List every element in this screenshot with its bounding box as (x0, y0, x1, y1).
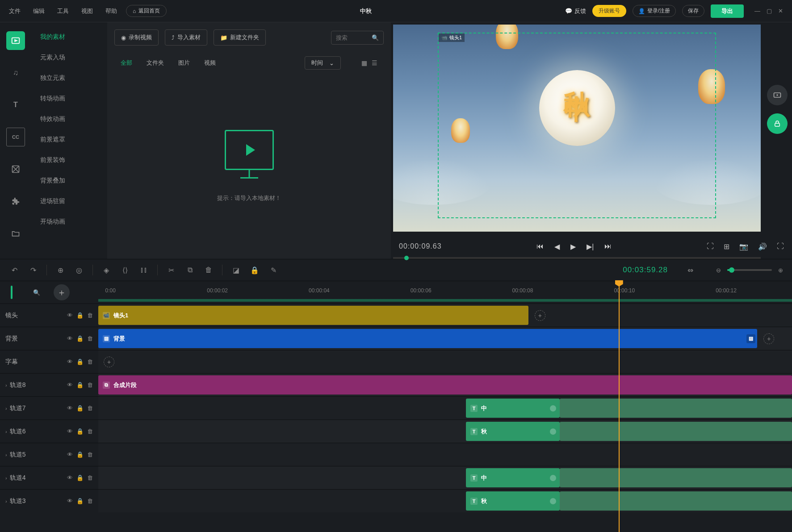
safe-zone-icon[interactable] (767, 85, 788, 105)
goto-start-icon[interactable]: ⏮ (536, 242, 544, 251)
eye-icon[interactable]: 👁 (67, 312, 73, 319)
timeline-clip[interactable] (560, 422, 792, 441)
zoom-handle[interactable] (729, 267, 734, 273)
track-lane[interactable]: ⧉合成片段 (98, 374, 792, 396)
import-button[interactable]: ⤴导入素材 (165, 29, 207, 46)
preview-canvas[interactable]: 中秋 📹镜头1 (393, 25, 761, 232)
maximize-icon[interactable]: ▢ (767, 8, 772, 14)
zoom-slider[interactable] (727, 269, 772, 271)
prev-frame-icon[interactable]: ◀ (554, 242, 560, 251)
track-lock-icon[interactable]: 🔒 (76, 335, 84, 342)
track-delete-icon[interactable]: 🗑 (87, 312, 93, 319)
mirror-icon[interactable]: ⫿⫿ (138, 266, 149, 274)
rail-text-icon[interactable]: T (6, 96, 25, 114)
fit-icon[interactable]: ⇔ (685, 266, 696, 274)
timeline-clip[interactable]: T秋 (466, 422, 560, 441)
chevron-right-icon[interactable]: › (5, 382, 7, 388)
track-lock-icon[interactable]: 🔒 (76, 405, 84, 411)
keyframe-icon[interactable] (550, 475, 556, 481)
add-clip-icon[interactable]: + (763, 333, 774, 344)
track-delete-icon[interactable]: 🗑 (87, 358, 93, 365)
eye-icon[interactable]: 👁 (67, 474, 73, 481)
rail-plugin-icon[interactable] (6, 192, 25, 211)
preview-progress[interactable] (393, 257, 761, 259)
upgrade-button[interactable]: 升级账号 (592, 5, 626, 17)
tab-all[interactable]: 全部 (121, 59, 132, 67)
track-lane[interactable] (98, 443, 792, 466)
tab-image[interactable]: 图片 (178, 59, 190, 67)
track-delete-icon[interactable]: 🗑 (87, 474, 93, 481)
rail-music-icon[interactable]: ♫ (6, 63, 25, 82)
track-lock-icon[interactable]: 🔒 (76, 451, 84, 458)
grid-icon[interactable]: ⊞ (724, 242, 729, 251)
screen-icon[interactable]: ⛶ (707, 242, 714, 251)
timeline-clip[interactable]: ⧉合成片段 (98, 375, 792, 395)
eye-icon[interactable]: 👁 (67, 451, 73, 458)
snapshot-icon[interactable]: 📷 (739, 242, 748, 251)
login-button[interactable]: 👤登录/注册 (633, 5, 676, 17)
add-clip-icon[interactable]: ⊕ (55, 266, 66, 274)
chevron-right-icon[interactable]: › (5, 475, 7, 481)
category-item[interactable]: 前景装饰 (31, 150, 107, 170)
category-item[interactable]: 转场动画 (31, 88, 107, 109)
goto-end-icon[interactable]: ⏭ (604, 242, 612, 251)
timeline-clip[interactable] (560, 399, 792, 418)
track-delete-icon[interactable]: 🗑 (87, 451, 93, 458)
menu-tools[interactable]: 工具 (57, 7, 69, 15)
rail-cc-icon[interactable]: CC (6, 128, 25, 146)
chevron-right-icon[interactable]: › (5, 406, 7, 411)
eye-icon[interactable]: 👁 (67, 358, 73, 365)
track-lane[interactable]: ▨背景▨+ (98, 327, 792, 350)
mask-icon[interactable]: ◪ (230, 266, 241, 274)
new-folder-button[interactable]: 📁新建文件夹 (214, 29, 266, 46)
close-icon[interactable]: ✕ (778, 8, 783, 14)
category-item[interactable]: 开场动画 (31, 212, 107, 232)
rail-pattern-icon[interactable] (6, 160, 25, 179)
lock-tool-icon[interactable]: 🔒 (249, 266, 260, 274)
chevron-right-icon[interactable]: › (5, 499, 7, 504)
feedback-button[interactable]: 💬反馈 (565, 7, 586, 15)
target-icon[interactable]: ◎ (74, 266, 84, 274)
category-item[interactable]: 独立元素 (31, 68, 107, 88)
category-item[interactable]: 我的素材 (31, 27, 107, 47)
track-lock-icon[interactable]: 🔒 (76, 428, 84, 435)
track-lane[interactable]: T秋 (98, 420, 792, 443)
record-button[interactable]: ◉录制视频 (114, 29, 159, 46)
list-view-icon[interactable]: ☰ (372, 59, 377, 66)
fullscreen-icon[interactable]: ⛶ (777, 242, 784, 251)
timeline-clip[interactable]: T中 (466, 399, 560, 418)
redo-icon[interactable]: ↷ (28, 266, 38, 274)
copy-icon[interactable]: ⧉ (184, 266, 195, 274)
track-lock-icon[interactable]: 🔒 (76, 382, 84, 388)
save-button[interactable]: 保存 (682, 5, 704, 17)
zoom-in-icon[interactable]: ⊕ (778, 267, 783, 274)
export-button[interactable]: 导出 (711, 4, 744, 18)
track-lane[interactable]: + (98, 350, 792, 373)
time-ruler[interactable]: 0:0000:00:0200:00:0400:00:0600:00:0800:0… (98, 281, 792, 303)
zoom-out-icon[interactable]: ⊖ (716, 267, 721, 274)
timeline-clip[interactable]: 📹镜头1 (98, 306, 528, 325)
playhead[interactable] (619, 281, 620, 532)
menu-help[interactable]: 帮助 (105, 7, 117, 15)
split-icon[interactable]: ⟨⟩ (120, 266, 130, 274)
eye-icon[interactable]: 👁 (67, 405, 73, 411)
track-delete-icon[interactable]: 🗑 (87, 428, 93, 435)
volume-icon[interactable]: 🔊 (758, 242, 767, 251)
minimize-icon[interactable]: — (754, 8, 760, 14)
menu-view[interactable]: 视图 (81, 7, 93, 15)
track-delete-icon[interactable]: 🗑 (87, 405, 93, 411)
selection-box[interactable]: 📹镜头1 (438, 33, 716, 218)
timeline-clip[interactable] (560, 468, 792, 487)
sort-dropdown[interactable]: 时间⌄ (305, 56, 341, 70)
eye-icon[interactable]: 👁 (67, 428, 73, 435)
menu-file[interactable]: 文件 (9, 7, 21, 15)
category-item[interactable]: 进场驻留 (31, 191, 107, 212)
chevron-right-icon[interactable]: › (5, 429, 7, 434)
rail-media-icon[interactable] (6, 31, 25, 50)
track-delete-icon[interactable]: 🗑 (87, 335, 93, 342)
search-input[interactable] (331, 31, 367, 44)
add-track-button[interactable]: ＋ (54, 284, 70, 300)
category-item[interactable]: 特效动画 (31, 109, 107, 129)
eye-icon[interactable]: 👁 (67, 335, 73, 342)
tab-video[interactable]: 视频 (204, 59, 216, 67)
